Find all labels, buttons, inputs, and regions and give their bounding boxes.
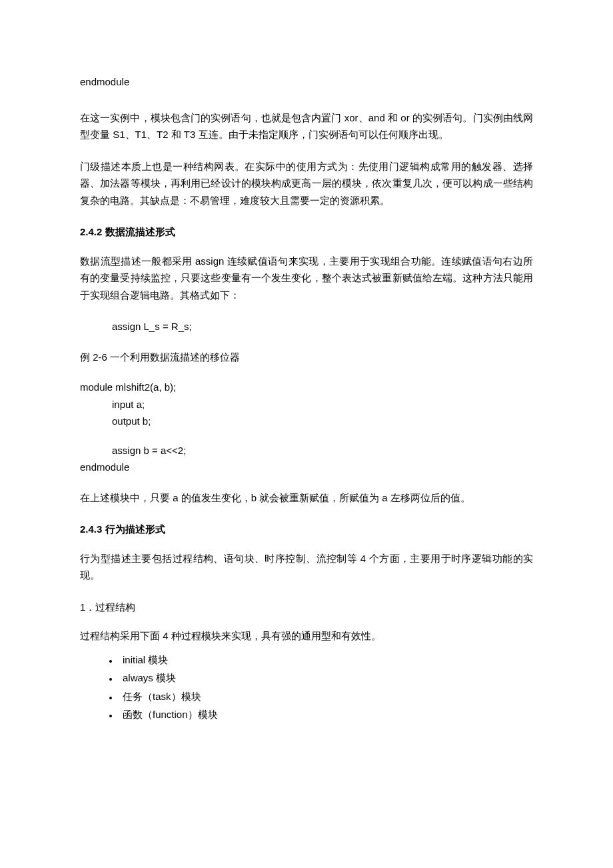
paragraph-intro-instance: 在这一实例中，模块包含门的实例语句，也就是包含内置门 xor、and 和 or … — [80, 109, 533, 143]
spacer — [80, 335, 533, 349]
code-endmodule-2: endmodule — [80, 459, 533, 476]
code-input-a: input a; — [80, 396, 533, 413]
heading-242: 2.4.2 数据流描述形式 — [80, 223, 533, 241]
code-assign-shift: assign b = a<<2; — [80, 442, 533, 459]
heading-243: 2.4.3 行为描述形式 — [80, 521, 533, 538]
paragraph-dataflow-desc: 数据流型描述一般都采用 assign 连续赋值语句来实现，主要用于实现组合功能。… — [80, 253, 533, 304]
spacer — [80, 476, 533, 489]
paragraph-shift-explain: 在上述模块中，只要 a 的值发生变化，b 就会被重新赋值，所赋值为 a 左移两位… — [80, 489, 533, 507]
list-item: always 模块 — [119, 669, 533, 687]
subheading-process-struct: 1．过程结构 — [80, 599, 533, 616]
paragraph-four-blocks: 过程结构采用下面 4 种过程模块来实现，具有强的通用型和有效性。 — [80, 627, 533, 645]
code-assign-syntax: assign L_s = R_s; — [80, 318, 533, 335]
list-item: 函数（function）模块 — [119, 706, 533, 723]
paragraph-gate-level: 门级描述本质上也是一种结构网表。在实际中的使用方式为：先使用门逻辑构成常用的触发… — [80, 158, 533, 209]
spacer — [80, 430, 533, 442]
document-page: endmodule 在这一实例中，模块包含门的实例语句，也就是包含内置门 xor… — [0, 0, 613, 868]
paragraph-behavior-desc: 行为型描述主要包括过程结构、语句块、时序控制、流控制等 4 个方面，主要用于时序… — [80, 550, 533, 584]
code-endmodule: endmodule — [80, 73, 533, 91]
example-2-6-label: 例 2-6 一个利用数据流描述的移位器 — [80, 349, 533, 366]
bullet-list-process-blocks: initial 模块 always 模块 任务（task）模块 函数（funct… — [80, 651, 533, 723]
list-item: initial 模块 — [119, 651, 533, 669]
spacer — [80, 91, 533, 109]
code-module-decl: module mlshift2(a, b); — [80, 379, 533, 396]
code-output-b: output b; — [80, 413, 533, 430]
list-item: 任务（task）模块 — [119, 688, 533, 705]
